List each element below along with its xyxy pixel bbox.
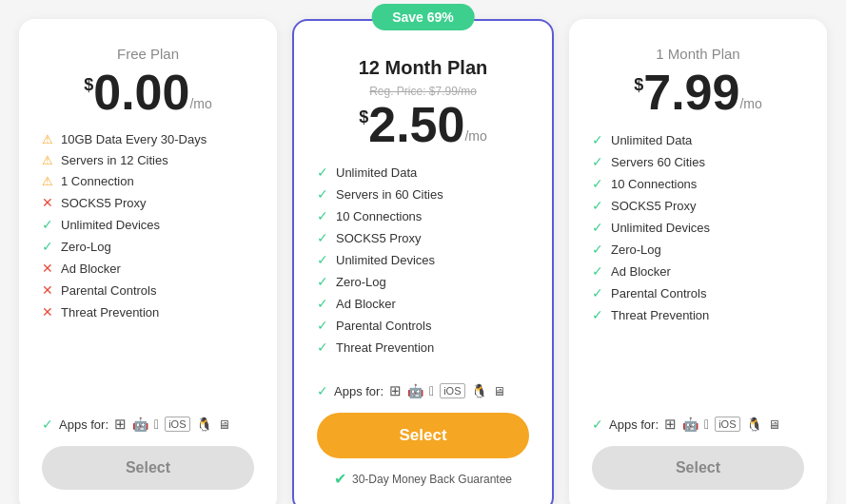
apple-icon:  bbox=[704, 417, 709, 432]
check-icon: ✓ bbox=[317, 339, 328, 355]
check-icon: ✓ bbox=[317, 274, 328, 289]
price-period: /mo bbox=[739, 96, 761, 111]
feature-item: ✓Parental Controls bbox=[592, 285, 804, 300]
price-main: 2.50 bbox=[368, 100, 464, 149]
feature-text: 10 Connections bbox=[336, 209, 422, 223]
feature-text: SOCKS5 Proxy bbox=[336, 231, 422, 245]
feature-item: ✓10 Connections bbox=[317, 208, 529, 223]
price-row: $ 0.00 /mo bbox=[42, 68, 254, 117]
feature-item: ✓Unlimited Devices bbox=[317, 252, 529, 267]
feature-item: ✓10 Connections bbox=[592, 176, 804, 191]
apps-row: ✓ Apps for:⊞🤖iOS🐧🖥 bbox=[317, 382, 529, 399]
check-icon: ✓ bbox=[592, 307, 603, 322]
price-main: 0.00 bbox=[93, 68, 189, 117]
select-button[interactable]: Select bbox=[317, 413, 529, 458]
feature-text: Servers 60 Cities bbox=[611, 155, 705, 169]
ios-icon: iOS bbox=[165, 417, 189, 432]
feature-item: ✓Ad Blocker bbox=[592, 263, 804, 279]
feature-item: ✓Unlimited Data bbox=[317, 165, 529, 180]
check-icon: ✓ bbox=[592, 176, 603, 191]
feature-text: 10 Connections bbox=[611, 177, 697, 191]
check-circle-icon: ✔ bbox=[334, 470, 346, 488]
check-icon: ✓ bbox=[592, 154, 603, 169]
feature-item: ✓Servers 60 Cities bbox=[592, 154, 804, 169]
feature-item: ⚠Servers in 12 Cities bbox=[42, 153, 254, 167]
feature-text: Unlimited Devices bbox=[611, 221, 710, 235]
check-icon: ✓ bbox=[317, 318, 328, 333]
warn-icon: ⚠ bbox=[42, 153, 53, 167]
feature-text: Ad Blocker bbox=[61, 262, 121, 276]
feature-text: Threat Prevention bbox=[336, 340, 434, 355]
check-icon: ✓ bbox=[592, 263, 603, 279]
feature-text: Threat Prevention bbox=[61, 305, 159, 320]
plan-card-1month: 1 Month Plan $ 7.99 /mo ✓Unlimited Data✓… bbox=[569, 19, 827, 504]
feature-item: ✓SOCKS5 Proxy bbox=[317, 230, 529, 245]
check-icon: ✓ bbox=[317, 186, 328, 202]
check-icon: ✓ bbox=[317, 208, 328, 223]
router-icon: 🖥 bbox=[768, 417, 780, 432]
check-icon: ✓ bbox=[42, 239, 53, 254]
windows-icon: ⊞ bbox=[664, 416, 677, 433]
feature-item: ⚠1 Connection bbox=[42, 174, 254, 188]
check-icon: ✓ bbox=[317, 296, 328, 311]
reg-price: Reg. Price: $7.99/mo bbox=[317, 85, 529, 98]
check-icon: ✓ bbox=[317, 252, 328, 267]
plan-name: 1 Month Plan bbox=[592, 46, 804, 62]
plan-card-free: Free Plan $ 0.00 /mo ⚠10GB Data Every 30… bbox=[19, 19, 277, 504]
price-main: 7.99 bbox=[643, 68, 739, 117]
check-icon: ✓ bbox=[592, 285, 603, 300]
price-row: $ 2.50 /mo bbox=[317, 100, 529, 149]
feature-text: Zero-Log bbox=[61, 240, 111, 254]
save-badge: Save 69% bbox=[371, 4, 475, 30]
feature-item: ✓Unlimited Devices bbox=[42, 217, 254, 232]
feature-text: Threat Prevention bbox=[611, 308, 709, 322]
feature-text: SOCKS5 Proxy bbox=[61, 196, 147, 210]
feature-item: ✕Parental Controls bbox=[42, 282, 254, 298]
feature-text: Unlimited Devices bbox=[61, 218, 160, 232]
feature-text: Parental Controls bbox=[61, 283, 156, 298]
apps-row: ✓ Apps for:⊞🤖iOS🐧🖥 bbox=[42, 416, 254, 433]
router-icon: 🖥 bbox=[493, 384, 505, 398]
feature-item: ✓SOCKS5 Proxy bbox=[592, 198, 804, 213]
feature-item: ✓Threat Prevention bbox=[592, 307, 804, 322]
plan-name: 12 Month Plan bbox=[317, 57, 529, 79]
feature-text: Unlimited Data bbox=[611, 133, 692, 147]
linux-icon: 🐧 bbox=[471, 383, 487, 398]
feature-item: ✓Zero-Log bbox=[592, 242, 804, 257]
apps-row: ✓ Apps for:⊞🤖iOS🐧🖥 bbox=[592, 416, 804, 433]
feature-item: ⚠10GB Data Every 30-Days bbox=[42, 132, 254, 146]
feature-item: ✓Zero-Log bbox=[42, 239, 254, 254]
feature-item: ✓Unlimited Data bbox=[592, 132, 804, 147]
check-icon: ✓ bbox=[42, 217, 53, 232]
plans-container: Free Plan $ 0.00 /mo ⚠10GB Data Every 30… bbox=[19, 19, 827, 504]
price-dollar: $ bbox=[634, 75, 643, 95]
warn-icon: ⚠ bbox=[42, 174, 53, 188]
router-icon: 🖥 bbox=[218, 417, 230, 432]
apps-label: Apps for: bbox=[59, 417, 108, 432]
select-button[interactable]: Select bbox=[592, 446, 804, 490]
warn-icon: ⚠ bbox=[42, 132, 53, 146]
feature-text: Parental Controls bbox=[611, 286, 706, 300]
x-icon: ✕ bbox=[42, 195, 53, 210]
select-button[interactable]: Select bbox=[42, 446, 254, 490]
money-back-text: 30-Day Money Back Guarantee bbox=[352, 473, 512, 486]
x-icon: ✕ bbox=[42, 282, 53, 298]
feature-text: SOCKS5 Proxy bbox=[611, 199, 697, 213]
price-dollar: $ bbox=[359, 107, 368, 127]
x-icon: ✕ bbox=[42, 261, 53, 276]
check-icon: ✓ bbox=[42, 417, 53, 432]
features-list: ✓Unlimited Data✓Servers 60 Cities✓10 Con… bbox=[592, 132, 804, 395]
money-back: ✔ 30-Day Money Back Guarantee bbox=[317, 470, 529, 488]
price-row: $ 7.99 /mo bbox=[592, 68, 804, 117]
check-icon: ✓ bbox=[592, 220, 603, 235]
feature-text: 10GB Data Every 30-Days bbox=[61, 132, 207, 146]
price-period: /mo bbox=[464, 128, 486, 144]
feature-item: ✓Ad Blocker bbox=[317, 296, 529, 311]
check-icon: ✓ bbox=[592, 242, 603, 257]
windows-icon: ⊞ bbox=[114, 416, 127, 433]
features-list: ⚠10GB Data Every 30-Days⚠Servers in 12 C… bbox=[42, 132, 254, 395]
plan-card-12month: Save 69%12 Month PlanReg. Price: $7.99/m… bbox=[292, 19, 554, 504]
android-icon: 🤖 bbox=[407, 383, 423, 398]
feature-text: Unlimited Devices bbox=[336, 253, 435, 267]
price-period: /mo bbox=[189, 96, 211, 111]
